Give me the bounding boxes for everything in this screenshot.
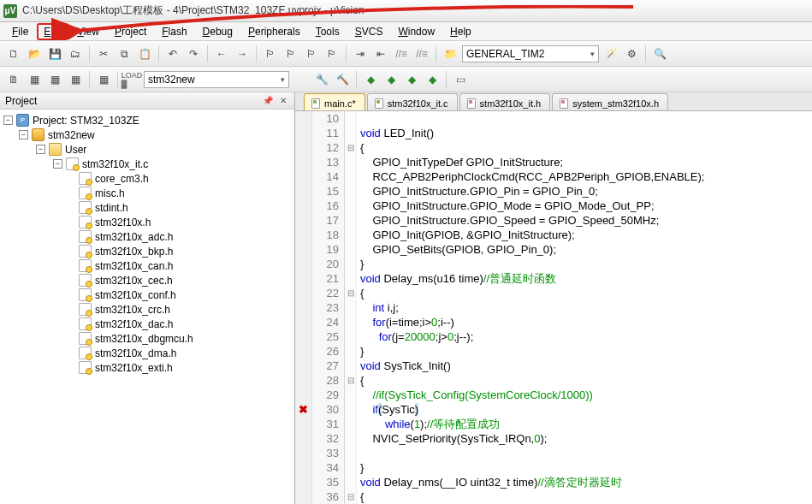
- code-line[interactable]: 29 //if(SysTick_Config(SystemCoreClock/1…: [295, 388, 812, 402]
- stop-build-icon[interactable]: ▦: [95, 71, 112, 88]
- code-line[interactable]: 20}: [295, 257, 812, 271]
- fold-margin[interactable]: [345, 271, 357, 286]
- tree-header-file[interactable]: stm32f10x_cec.h: [2, 273, 293, 288]
- rebuild-icon[interactable]: ▦: [46, 71, 63, 88]
- editor-tab[interactable]: system_stm32f10x.h: [552, 93, 668, 110]
- menu-file[interactable]: File: [5, 24, 35, 39]
- tree-header-file[interactable]: stm32f10x_adc.h: [2, 229, 293, 244]
- folder-icon[interactable]: 📁: [442, 45, 459, 62]
- collapse-icon[interactable]: −: [36, 145, 45, 154]
- fold-margin[interactable]: [345, 475, 357, 489]
- paste-icon[interactable]: 📋: [136, 45, 153, 62]
- tree-source-file[interactable]: − stm32f10x_it.c: [2, 157, 293, 171]
- fold-margin[interactable]: [345, 242, 357, 257]
- code-line[interactable]: 27void SysTick_Init(): [295, 359, 812, 373]
- fold-margin[interactable]: [345, 300, 357, 315]
- fold-margin[interactable]: ⊟: [345, 286, 357, 300]
- code-line[interactable]: 12⊟{: [295, 140, 812, 155]
- bookmark-icon[interactable]: 🏳: [262, 45, 279, 62]
- tree-group[interactable]: − User: [2, 142, 293, 157]
- indent-icon[interactable]: ⇥: [352, 45, 369, 62]
- tree-header-file[interactable]: stm32f10x_can.h: [2, 258, 293, 273]
- code-line[interactable]: ✖30 if(SysTic): [295, 402, 812, 417]
- tree-header-file[interactable]: core_cm3.h: [2, 171, 293, 186]
- download-icon[interactable]: LOAD▓: [123, 71, 140, 88]
- code-line[interactable]: 19 GPIO_SetBits(GPIOB, GPIO_Pin_0);: [295, 242, 812, 257]
- fold-margin[interactable]: [345, 155, 357, 169]
- collapse-icon[interactable]: −: [53, 159, 62, 169]
- redo-icon[interactable]: ↷: [185, 45, 202, 62]
- fold-margin[interactable]: [345, 169, 357, 184]
- bookmark-next-icon[interactable]: 🏳: [303, 45, 320, 62]
- fold-margin[interactable]: [345, 359, 357, 373]
- bookmark-prev-icon[interactable]: 🏳: [282, 45, 299, 62]
- fold-margin[interactable]: [345, 213, 357, 228]
- fold-margin[interactable]: [345, 184, 357, 199]
- undo-icon[interactable]: ↶: [164, 45, 181, 62]
- collapse-icon[interactable]: −: [3, 116, 13, 125]
- pin-icon[interactable]: 📌: [262, 95, 274, 107]
- tree-header-file[interactable]: stm32f10x_dma.h: [2, 346, 293, 360]
- project-tree[interactable]: − P Project: STM32_103ZE − stm32new − Us…: [0, 110, 294, 504]
- code-line[interactable]: 25 for(j=20000;j>0;j--);: [295, 329, 812, 344]
- menu-peripherals[interactable]: Peripherals: [241, 24, 307, 39]
- menu-tools[interactable]: Tools: [309, 24, 347, 39]
- menu-window[interactable]: Window: [391, 24, 442, 39]
- menu-help[interactable]: Help: [443, 24, 478, 39]
- fold-margin[interactable]: ⊟: [345, 140, 357, 155]
- code-line[interactable]: 22⊟{: [295, 286, 812, 300]
- fold-margin[interactable]: [345, 344, 357, 359]
- project-select-combo[interactable]: stm32new ▾: [144, 71, 289, 88]
- tree-header-file[interactable]: stm32f10x_exti.h: [2, 360, 293, 375]
- code-line[interactable]: 28⊟{: [295, 373, 812, 388]
- code-line[interactable]: 14 RCC_APB2PeriphClockCmd(RCC_APB2Periph…: [295, 169, 812, 184]
- menu-edit[interactable]: Edit: [37, 23, 68, 40]
- fold-margin[interactable]: [345, 446, 357, 460]
- fold-margin[interactable]: [345, 431, 357, 446]
- batch-build-icon[interactable]: ▦: [67, 71, 84, 88]
- new-file-icon[interactable]: 🗋: [5, 45, 22, 62]
- code-line[interactable]: 18 GPIO_Init(GPIOB, &GPIO_InitStructure)…: [295, 228, 812, 242]
- build-icon[interactable]: ▦: [26, 71, 43, 88]
- green-diamond-icon[interactable]: ◆: [424, 71, 441, 88]
- target-combo[interactable]: GENERAL_TIM2 ▾: [462, 45, 599, 62]
- uncomment-icon[interactable]: //≡: [413, 45, 430, 62]
- fold-margin[interactable]: [345, 329, 357, 344]
- green-diamond-icon[interactable]: ◆: [382, 71, 400, 88]
- tree-project-root[interactable]: − P Project: STM32_103ZE: [2, 113, 293, 127]
- code-line[interactable]: 34}: [295, 460, 812, 475]
- fold-margin[interactable]: [345, 460, 357, 475]
- green-diamond-icon[interactable]: ◆: [403, 71, 420, 88]
- fold-margin[interactable]: [345, 111, 357, 126]
- fold-margin[interactable]: [345, 315, 357, 329]
- fold-margin[interactable]: [345, 388, 357, 402]
- menu-debug[interactable]: Debug: [196, 24, 240, 39]
- wand-icon[interactable]: 🪄: [602, 45, 619, 62]
- menu-flash[interactable]: Flash: [155, 24, 193, 39]
- outdent-icon[interactable]: ⇤: [372, 45, 389, 62]
- forward-icon[interactable]: →: [234, 45, 251, 62]
- tree-header-file[interactable]: stm32f10x_conf.h: [2, 288, 293, 302]
- code-line[interactable]: 11void LED_Init(): [295, 126, 812, 140]
- code-line[interactable]: 17 GPIO_InitStructure.GPIO_Speed = GPIO_…: [295, 213, 812, 228]
- code-line[interactable]: 21void Delay_ms(u16 time)//普通延时函数: [295, 271, 812, 286]
- code-line[interactable]: 23 int i,j;: [295, 300, 812, 315]
- code-line[interactable]: 15 GPIO_InitStructure.GPIO_Pin = GPIO_Pi…: [295, 184, 812, 199]
- code-line[interactable]: 33: [295, 446, 812, 460]
- code-line[interactable]: 10: [295, 111, 812, 126]
- code-line[interactable]: 24 for(i=time;i>0;i--): [295, 315, 812, 329]
- manage-icon[interactable]: 🔨: [334, 71, 351, 88]
- fold-margin[interactable]: ⊟: [345, 489, 357, 504]
- code-line[interactable]: 26}: [295, 344, 812, 359]
- editor-tab[interactable]: stm32f10x_it.h: [459, 93, 551, 110]
- save-icon[interactable]: 💾: [46, 45, 63, 62]
- debug-icon[interactable]: 🔍: [651, 45, 668, 62]
- tree-header-file[interactable]: stm32f10x_bkp.h: [2, 244, 293, 258]
- back-icon[interactable]: ←: [213, 45, 230, 62]
- copy-icon[interactable]: ⧉: [116, 45, 133, 62]
- cut-icon[interactable]: ✂: [95, 45, 112, 62]
- tree-header-file[interactable]: stm32f10x_dac.h: [2, 317, 293, 331]
- tree-header-file[interactable]: stdint.h: [2, 200, 293, 215]
- tree-target[interactable]: − stm32new: [2, 127, 293, 142]
- tree-header-file[interactable]: stm32f10x_dbgmcu.h: [2, 331, 293, 346]
